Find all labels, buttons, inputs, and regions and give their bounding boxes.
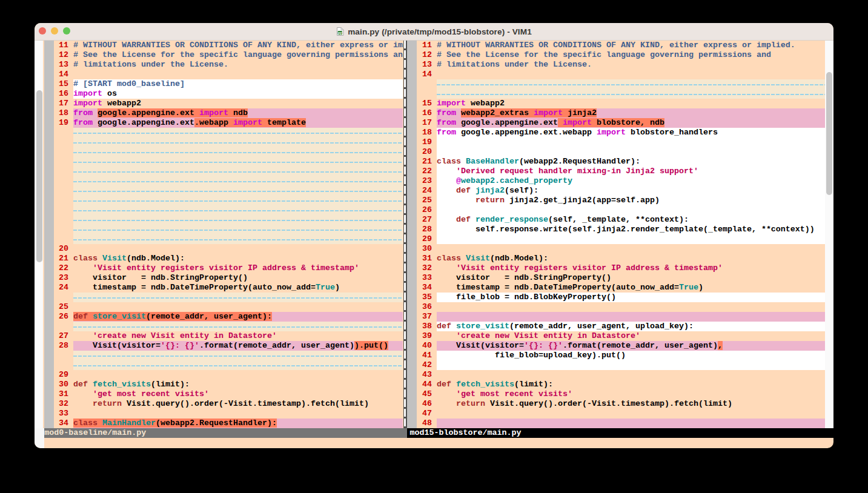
svg-text:py: py	[338, 31, 342, 35]
